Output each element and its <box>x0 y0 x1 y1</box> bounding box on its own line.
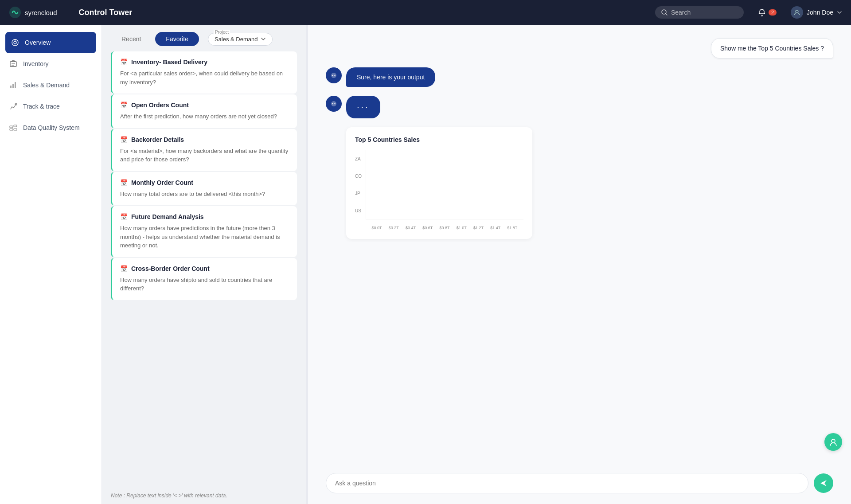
y-label-za: ZA <box>355 156 364 161</box>
svg-point-23 <box>334 103 335 104</box>
user-name: John Doe <box>807 9 833 16</box>
svg-point-20 <box>334 75 335 76</box>
project-dropdown[interactable]: Project Sales & Demand <box>208 33 273 46</box>
send-button[interactable] <box>814 473 833 493</box>
user-message: Show me the Top 5 Countries Sales ? <box>326 38 833 59</box>
card-icon-1: 📅 <box>120 102 128 109</box>
svg-rect-11 <box>12 84 14 88</box>
card-cross-border[interactable]: 📅 Cross-Border Order Count How many orde… <box>111 258 297 300</box>
x-label-8: $1.8T <box>505 226 520 230</box>
sidebar-item-inventory[interactable]: Inventory <box>0 53 101 74</box>
tab-favorite[interactable]: Favorite <box>155 32 199 46</box>
data-quality-icon <box>9 123 18 132</box>
card-header-3: 📅 Monthly Order Count <box>120 179 289 186</box>
track-trace-icon <box>9 102 18 111</box>
card-inventory-delivery[interactable]: 📅 Inventory- Based Delivery For <a parti… <box>111 51 297 94</box>
x-label-4: $0.8T <box>437 226 452 230</box>
svg-point-21 <box>331 101 336 106</box>
tab-recent[interactable]: Recent <box>111 32 152 46</box>
svg-point-18 <box>331 73 336 78</box>
chart-container: ZA CO JP US <box>355 150 523 230</box>
project-value: Sales & Demand <box>215 36 258 43</box>
card-header-5: 📅 Cross-Border Order Count <box>120 265 289 272</box>
right-panel: Show me the Top 5 Countries Sales ? Sure… <box>308 25 851 504</box>
search-box[interactable]: Search <box>655 6 744 19</box>
card-desc-5: How many orders have shipto and sold to … <box>120 276 289 293</box>
user-area[interactable]: John Doe <box>791 6 842 19</box>
inventory-icon <box>9 59 18 68</box>
svg-line-2 <box>666 14 667 15</box>
floating-profile-icon[interactable] <box>824 433 842 451</box>
card-icon-0: 📅 <box>120 59 128 66</box>
dropdown-chevron-icon <box>261 36 266 42</box>
card-open-orders[interactable]: 📅 Open Orders Count After the first pred… <box>111 94 297 128</box>
search-icon <box>661 9 668 16</box>
sidebar-item-track-trace[interactable]: Track & trace <box>0 96 101 117</box>
card-header-0: 📅 Inventory- Based Delivery <box>120 59 289 66</box>
bot-typing-message: ··· <box>326 96 833 118</box>
card-future-demand[interactable]: 📅 Future Demand Analysis How many orders… <box>111 206 297 257</box>
card-icon-3: 📅 <box>120 179 128 186</box>
card-title-1: Open Orders Count <box>131 102 189 109</box>
sidebar-item-data-quality[interactable]: Data Quality System <box>0 117 101 138</box>
svg-point-3 <box>796 10 798 13</box>
sidebar-sales-label: Sales & Demand <box>23 82 70 89</box>
search-label: Search <box>671 9 691 16</box>
bell-icon <box>758 8 766 16</box>
card-desc-3: How many total orders are to be delivere… <box>120 190 289 199</box>
profile-icon <box>829 438 838 446</box>
y-label-co: CO <box>355 174 364 179</box>
bot-avatar-2 <box>326 96 342 112</box>
svg-rect-10 <box>10 86 12 88</box>
user-bubble: Show me the Top 5 Countries Sales ? <box>711 38 833 59</box>
sidebar-item-overview[interactable]: Overview <box>5 32 96 53</box>
card-header-2: 📅 Backorder Details <box>120 136 289 143</box>
bot-bubble-text: Sure, here is your output <box>346 67 435 87</box>
card-desc-2: For <a material>, how many backorders an… <box>120 147 289 164</box>
cards-list: 📅 Inventory- Based Delivery For <a parti… <box>102 51 306 487</box>
sidebar-track-label: Track & trace <box>23 103 60 110</box>
svg-rect-12 <box>15 82 16 88</box>
card-icon-4: 📅 <box>120 213 128 220</box>
header: syrencloud Control Tower Search 2 John D… <box>0 0 851 25</box>
card-monthly-order[interactable]: 📅 Monthly Order Count How many total ord… <box>111 172 297 206</box>
sidebar-item-sales-demand[interactable]: Sales & Demand <box>0 74 101 96</box>
card-title-5: Cross-Border Order Count <box>131 265 210 272</box>
svg-rect-14 <box>10 126 13 128</box>
card-title-2: Backorder Details <box>131 136 184 143</box>
y-label-jp: JP <box>355 191 364 196</box>
bot-icon-1 <box>330 71 338 79</box>
sidebar: Overview Inventory Sales & <box>0 25 102 504</box>
svg-point-24 <box>831 439 835 443</box>
card-title-4: Future Demand Analysis <box>131 213 204 220</box>
svg-rect-16 <box>10 129 13 130</box>
logo-text: syrencloud <box>25 9 57 16</box>
header-title: Control Tower <box>79 8 133 17</box>
tabs-bar: Recent Favorite Project Sales & Demand <box>102 25 306 51</box>
notification-badge: 2 <box>769 9 777 16</box>
user-avatar <box>791 6 803 19</box>
svg-rect-15 <box>14 125 17 127</box>
chat-input[interactable] <box>326 473 808 493</box>
chart-inner <box>366 150 523 219</box>
notification-area[interactable]: 2 <box>758 8 777 16</box>
svg-point-19 <box>332 75 333 76</box>
bot-icon-2 <box>330 100 338 108</box>
svg-point-5 <box>14 41 16 44</box>
sidebar-overview-label: Overview <box>25 39 51 46</box>
card-title-3: Monthly Order Count <box>131 179 193 186</box>
svg-rect-17 <box>14 129 17 130</box>
x-label-0: $0.0T <box>369 226 384 230</box>
card-icon-5: 📅 <box>120 265 128 272</box>
chart-card: Top 5 Countries Sales ZA CO JP US <box>346 127 532 239</box>
header-divider <box>68 6 68 19</box>
x-label-3: $0.6T <box>420 226 435 230</box>
card-desc-0: For <a particular sales order>, when cou… <box>120 69 289 86</box>
overview-icon <box>11 38 20 47</box>
card-title-0: Inventory- Based Delivery <box>131 59 207 66</box>
card-icon-2: 📅 <box>120 136 128 143</box>
y-label-us: US <box>355 208 364 213</box>
card-backorder[interactable]: 📅 Backorder Details For <a material>, ho… <box>111 129 297 171</box>
user-icon <box>793 9 800 16</box>
bot-response-message: Sure, here is your output <box>326 67 833 87</box>
